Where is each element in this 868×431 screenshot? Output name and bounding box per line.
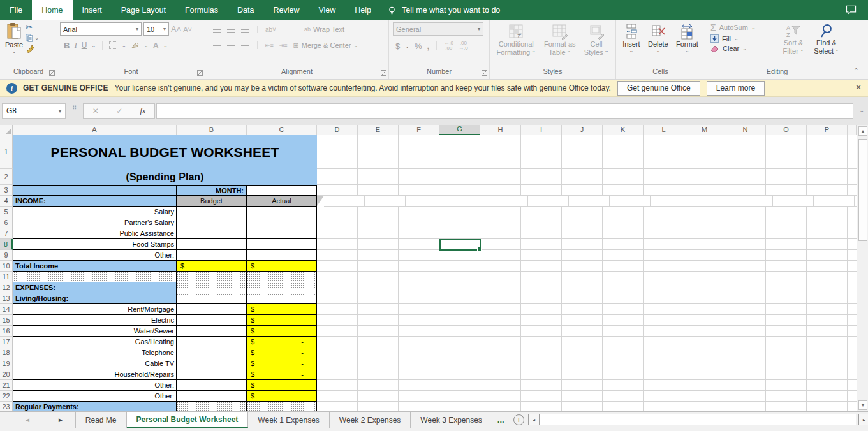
row-header-8[interactable]: 8 [0, 239, 13, 250]
cell-C22[interactable]: $- [247, 391, 317, 402]
clipboard-dialog-launcher[interactable] [49, 70, 55, 76]
currency-dropdown-chevron[interactable]: ⌄ [405, 44, 409, 48]
row-header-3[interactable]: 3 [0, 185, 13, 196]
notification-close-icon[interactable]: ✕ [855, 83, 862, 92]
find-select-button[interactable]: Find & Select⌄ [810, 22, 843, 67]
cell-A15[interactable]: Electric [13, 315, 177, 326]
empty-cells-21[interactable] [317, 380, 857, 391]
cell-A18[interactable]: Telephone [13, 347, 177, 358]
horizontal-scroll-thumb[interactable] [540, 414, 856, 425]
cell-A22[interactable]: Other: [13, 391, 177, 402]
empty-cells-3[interactable] [317, 185, 857, 196]
formula-bar-drag-dots[interactable]: ⠿ [72, 106, 75, 109]
empty-cells-8[interactable] [317, 239, 857, 250]
new-sheet-button[interactable]: + [513, 414, 524, 425]
row-header-10[interactable]: 10 [0, 261, 13, 272]
empty-cells-2[interactable] [317, 169, 857, 185]
copy-button[interactable]: ⌄ [26, 34, 39, 42]
empty-cells-4[interactable] [324, 196, 857, 207]
get-genuine-office-button[interactable]: Get genuine Office [617, 81, 700, 96]
cell-C3[interactable] [247, 185, 317, 196]
col-header-N[interactable]: N [725, 125, 766, 135]
underline-dropdown-chevron[interactable]: ⌄ [91, 43, 96, 48]
empty-cells-19[interactable] [317, 358, 857, 369]
cell-B21[interactable] [177, 380, 247, 391]
cell-B3[interactable]: MONTH: [177, 185, 247, 196]
cell-B12[interactable] [177, 282, 247, 293]
cell-C14[interactable]: $- [247, 304, 317, 315]
col-header-partial[interactable] [848, 125, 857, 135]
percent-button[interactable]: % [415, 41, 422, 51]
empty-cells-6[interactable] [317, 217, 857, 228]
enter-icon[interactable]: ✓ [116, 106, 122, 115]
font-color-button[interactable]: A [153, 41, 159, 50]
underline-button[interactable]: U [82, 41, 87, 50]
col-header-E[interactable]: E [358, 125, 399, 135]
sheet-tab-week-1-expenses[interactable]: Week 1 Expenses [248, 412, 330, 428]
sheet-tab-personal-budget-worksheet[interactable]: Personal Budget Worksheet [127, 412, 249, 428]
align-top-icon[interactable] [213, 27, 221, 33]
row-header-17[interactable]: 17 [0, 337, 13, 347]
format-as-table-button[interactable]: Format as Table⌄ [541, 22, 578, 67]
row-header-20[interactable]: 20 [0, 369, 13, 380]
autosum-button[interactable]: ΣAutoSum⌄ [710, 22, 777, 33]
cell-C7[interactable] [247, 228, 317, 239]
ribbon-tab-help[interactable]: Help [345, 0, 381, 20]
fill-color-button[interactable] [131, 41, 140, 50]
cell-C15[interactable]: $- [247, 315, 317, 326]
cell-B20[interactable] [177, 369, 247, 380]
align-right-icon[interactable] [241, 43, 249, 48]
vertical-scroll-thumb[interactable] [858, 139, 867, 241]
row-header-15[interactable]: 15 [0, 315, 13, 326]
empty-cells-9[interactable] [317, 250, 857, 261]
align-left-icon[interactable] [213, 43, 221, 48]
cell-A5[interactable]: Salary [13, 207, 177, 217]
cell-C19[interactable]: $- [247, 358, 317, 369]
more-sheets[interactable]: ... [492, 412, 510, 428]
horizontal-scrollbar[interactable]: ◄ [528, 414, 856, 425]
empty-cells-16[interactable] [317, 326, 857, 337]
empty-cells-11[interactable] [317, 272, 857, 282]
empty-cells-20[interactable] [317, 369, 857, 380]
empty-cells-14[interactable] [317, 304, 857, 315]
merge-center-button[interactable]: ⊞Merge & Center⌄ [293, 41, 358, 50]
prev-sheet-arrow[interactable]: ◄ [24, 416, 31, 423]
paste-button[interactable]: Paste ⌄ [3, 22, 26, 67]
cell-A4[interactable]: INCOME: [13, 196, 177, 207]
row-header-9[interactable]: 9 [0, 250, 13, 261]
sheet-tab-week-2-expenses[interactable]: Week 2 Expenses [330, 412, 411, 428]
collapse-ribbon-chevron[interactable]: ⌃ [853, 67, 859, 75]
cell-B11[interactable] [177, 272, 247, 282]
cell-C11[interactable] [247, 272, 317, 282]
font-dialog-launcher[interactable] [197, 70, 203, 76]
align-bottom-icon[interactable] [241, 27, 249, 33]
cell-A9[interactable]: Other: [13, 250, 177, 261]
empty-cells-10[interactable] [317, 261, 857, 272]
cell-B22[interactable] [177, 391, 247, 402]
cell-B18[interactable] [177, 347, 247, 358]
empty-cells-13[interactable] [317, 293, 857, 304]
conditional-formatting-button[interactable]: ≠ Conditional Formatting⌄ [494, 22, 538, 67]
cell-C23[interactable] [247, 402, 317, 411]
col-header-G[interactable]: G [439, 125, 480, 135]
ribbon-tab-review[interactable]: Review [263, 0, 309, 20]
cell-C21[interactable]: $- [247, 380, 317, 391]
insert-cells-button[interactable]: Insert ⌄ [620, 22, 643, 67]
ribbon-tab-file[interactable]: File [0, 0, 32, 20]
cell-styles-button[interactable]: Cell Styles⌄ [582, 22, 612, 67]
empty-cells-5[interactable] [317, 207, 857, 217]
empty-cells-18[interactable] [317, 347, 857, 358]
decrease-indent-icon[interactable]: ⇤≡ [265, 42, 274, 48]
cell-C20[interactable]: $- [247, 369, 317, 380]
font-size-combo[interactable]: 10▾ [143, 22, 169, 36]
borders-button[interactable] [109, 41, 117, 49]
empty-cells-1[interactable] [317, 135, 857, 169]
col-header-A[interactable]: A [13, 125, 177, 135]
cell-A6[interactable]: Partner's Salary [13, 217, 177, 228]
alignment-dialog-launcher[interactable] [381, 70, 386, 76]
expand-formula-bar-chevron[interactable]: ⌄ [859, 107, 864, 113]
cut-button[interactable]: ✂ [26, 24, 39, 31]
cell-B15[interactable] [177, 315, 247, 326]
grow-font-button[interactable]: A˄ [171, 24, 181, 34]
row-header-23[interactable]: 23 [0, 402, 13, 411]
